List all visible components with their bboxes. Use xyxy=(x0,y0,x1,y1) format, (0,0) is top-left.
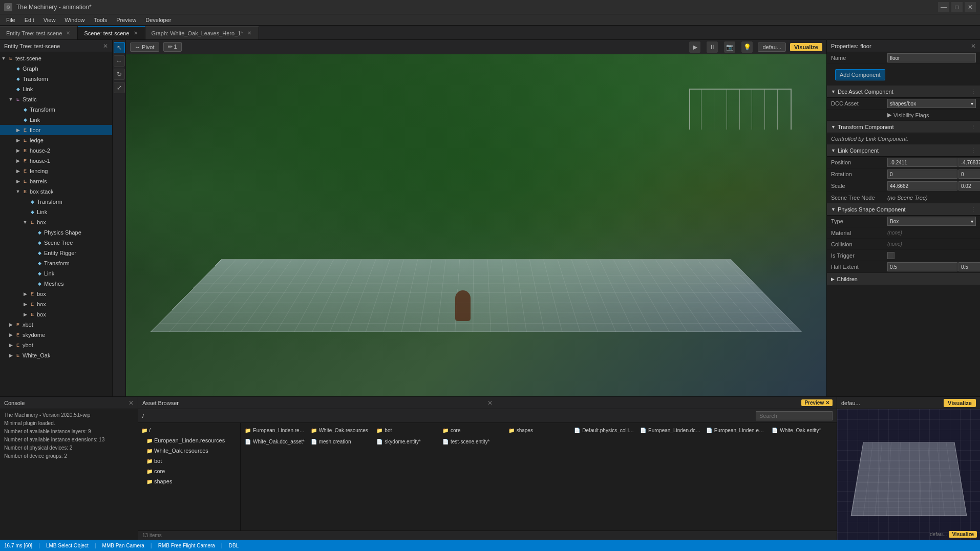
tree-item-ledge[interactable]: ▶ E ledge xyxy=(0,135,112,145)
arrow-fencing[interactable]: ▶ xyxy=(14,167,22,175)
section-children[interactable]: ▶ Children xyxy=(827,273,980,285)
tab-graph[interactable]: Graph: White_Oak_Leaves_Hero_1* ✕ xyxy=(145,26,259,39)
transform-options-icon[interactable]: ⋮ xyxy=(971,124,976,130)
tab-entity-tree-close[interactable]: ✕ xyxy=(65,30,71,36)
asset-tree-bot[interactable]: 📁 bot xyxy=(140,456,238,466)
tree-item-link2[interactable]: ◆ Link xyxy=(0,115,112,125)
toolbar-scale[interactable]: ⤢ xyxy=(114,82,125,93)
visualize-button[interactable]: Visualize xyxy=(790,43,822,51)
tree-item-xbot[interactable]: ▶ E xbot xyxy=(0,320,112,330)
asset-file-test-scene[interactable]: 📄 test-scene.entity* xyxy=(440,436,505,447)
properties-close[interactable]: ✕ xyxy=(971,43,976,50)
tree-item-box2[interactable]: ▶ E box xyxy=(0,289,112,299)
asset-browser-close[interactable]: ✕ xyxy=(487,399,493,407)
physics-options-icon[interactable]: ⋮ xyxy=(971,206,976,212)
prop-position-y[interactable] xyxy=(958,158,980,167)
dcc-options-icon[interactable]: ⋮ xyxy=(971,89,976,94)
arrow-barrels[interactable]: ▶ xyxy=(14,178,22,185)
asset-file-el-dcc[interactable]: 📄 European_Linden.dcc_ass xyxy=(638,425,703,435)
pivot-button[interactable]: ↔ Pivot xyxy=(130,43,159,52)
asset-file-wo-entity[interactable]: 📄 White_Oak.entity* xyxy=(770,425,835,435)
light-button[interactable]: 💡 xyxy=(741,41,753,53)
menu-edit[interactable]: Edit xyxy=(20,16,38,24)
asset-file-wo-dcc[interactable]: 📄 White_Oak.dcc_asset* xyxy=(243,436,308,447)
tree-item-barrels[interactable]: ▶ E barrels xyxy=(0,176,112,186)
section-transform[interactable]: ▼ Transform Component ⋮ xyxy=(827,121,980,133)
asset-tree-root[interactable]: 📁 / xyxy=(140,425,238,435)
tree-item-entity-rigger[interactable]: ◆ Entity Rigger xyxy=(0,248,112,258)
asset-search-input[interactable] xyxy=(756,411,833,420)
asset-file-shapes[interactable]: 📁 shapes xyxy=(506,425,571,435)
prop-name-input[interactable] xyxy=(887,53,976,62)
asset-tree-core[interactable]: 📁 core xyxy=(140,466,238,476)
prop-position-x[interactable] xyxy=(887,158,957,167)
arrow-ledge[interactable]: ▶ xyxy=(14,137,22,144)
camera-button[interactable]: 📷 xyxy=(724,41,735,53)
arrow-test-scene[interactable]: ▼ xyxy=(0,55,7,62)
toolbar-rotate[interactable]: ↻ xyxy=(114,69,125,80)
arrow-box3[interactable]: ▶ xyxy=(22,301,29,308)
tab-scene-close[interactable]: ✕ xyxy=(133,30,139,36)
asset-tree-european-linden[interactable]: 📁 European_Linden.resources xyxy=(140,435,238,446)
tree-item-floor[interactable]: ▶ E floor xyxy=(0,125,112,135)
tree-item-physics-shape[interactable]: ◆ Physics Shape xyxy=(0,227,112,238)
arrow-box1[interactable]: ▼ xyxy=(22,219,29,226)
asset-file-bot[interactable]: 📁 bot xyxy=(374,425,439,435)
arrow-box2[interactable]: ▶ xyxy=(22,290,29,298)
asset-tree-white-oak[interactable]: 📁 White_Oak.resources xyxy=(140,446,238,456)
asset-preview-button[interactable]: Preview ✕ xyxy=(801,399,833,406)
tree-item-box3[interactable]: ▶ E box xyxy=(0,299,112,309)
menu-window[interactable]: Window xyxy=(60,16,89,24)
tree-item-link3[interactable]: ◆ Link xyxy=(0,207,112,217)
tab-entity-tree[interactable]: Entity Tree: test-scene ✕ xyxy=(0,26,78,39)
prop-dcc-asset-dropdown[interactable]: shapes/box ▾ xyxy=(887,99,976,108)
tree-item-meshes[interactable]: ◆ Meshes xyxy=(0,279,112,289)
preview-visualize-button[interactable]: Visualize xyxy=(944,399,976,407)
tree-item-white-oak[interactable]: ▶ E White_Oak xyxy=(0,350,112,361)
pause-button[interactable]: ⏸ xyxy=(707,41,718,53)
arrow-xbot[interactable]: ▶ xyxy=(7,321,14,328)
close-button[interactable]: ✕ xyxy=(965,2,976,12)
entity-tree-container[interactable]: ▼ E test-scene ◆ Graph ◆ Transform xyxy=(0,52,112,396)
tree-item-fencing[interactable]: ▶ E fencing xyxy=(0,166,112,176)
arrow-box-stack[interactable]: ▼ xyxy=(14,188,22,195)
console-close[interactable]: ✕ xyxy=(129,399,134,407)
entity-tree-close[interactable]: ✕ xyxy=(103,43,108,50)
preview-vis-btn[interactable]: Visualize xyxy=(949,531,977,538)
section-dcc-asset[interactable]: ▼ Dcc Asset Component ⋮ xyxy=(827,86,980,98)
prop-half-extent-x[interactable] xyxy=(887,262,957,271)
prop-scale-y[interactable] xyxy=(958,181,980,190)
visibility-expandable[interactable]: ▶ Visibility Flags xyxy=(887,112,929,118)
asset-tree-shapes[interactable]: 📁 shapes xyxy=(140,476,238,486)
tree-item-graph[interactable]: ◆ Graph xyxy=(0,63,112,74)
prop-rotation-y[interactable] xyxy=(958,169,980,179)
prop-scale-x[interactable] xyxy=(887,181,957,190)
tree-item-link4[interactable]: ◆ Link xyxy=(0,268,112,279)
tree-item-transform3[interactable]: ◆ Transform xyxy=(0,197,112,207)
tree-item-transform2[interactable]: ◆ Transform xyxy=(0,104,112,115)
tree-item-house-1[interactable]: ▶ E house-1 xyxy=(0,156,112,166)
menu-preview[interactable]: Preview xyxy=(112,16,140,24)
prop-type-dropdown[interactable]: Box ▾ xyxy=(887,217,976,226)
arrow-floor[interactable]: ▶ xyxy=(14,126,22,134)
prop-rotation-x[interactable] xyxy=(887,169,957,179)
tree-item-box4[interactable]: ▶ E box xyxy=(0,309,112,320)
menu-file[interactable]: File xyxy=(2,16,19,24)
link-options-icon[interactable]: ⋮ xyxy=(971,147,976,153)
tree-item-transform4[interactable]: ◆ Transform xyxy=(0,258,112,268)
maximize-button[interactable]: □ xyxy=(951,2,963,12)
tree-item-transform[interactable]: ◆ Transform xyxy=(0,74,112,84)
arrow-house-2[interactable]: ▶ xyxy=(14,147,22,154)
tab-scene[interactable]: Scene: test-scene ✕ xyxy=(78,26,145,39)
menu-view[interactable]: View xyxy=(39,16,60,24)
tree-item-skydome[interactable]: ▶ E skydome xyxy=(0,330,112,340)
arrow-white-oak[interactable]: ▶ xyxy=(7,352,14,359)
asset-file-white-oak-resources[interactable]: 📁 White_Oak.resources xyxy=(309,425,374,435)
asset-file-default-physics[interactable]: 📄 Default.physics_collision xyxy=(572,425,637,435)
tab-graph-close[interactable]: ✕ xyxy=(246,30,252,36)
tree-item-static[interactable]: ▼ E Static xyxy=(0,94,112,104)
tree-item-ybot[interactable]: ▶ E ybot xyxy=(0,340,112,350)
toolbar-move[interactable]: ↔ xyxy=(114,55,125,67)
play-button[interactable]: ▶ xyxy=(689,41,700,53)
asset-file-mesh[interactable]: 📄 mesh.creation xyxy=(309,436,374,447)
